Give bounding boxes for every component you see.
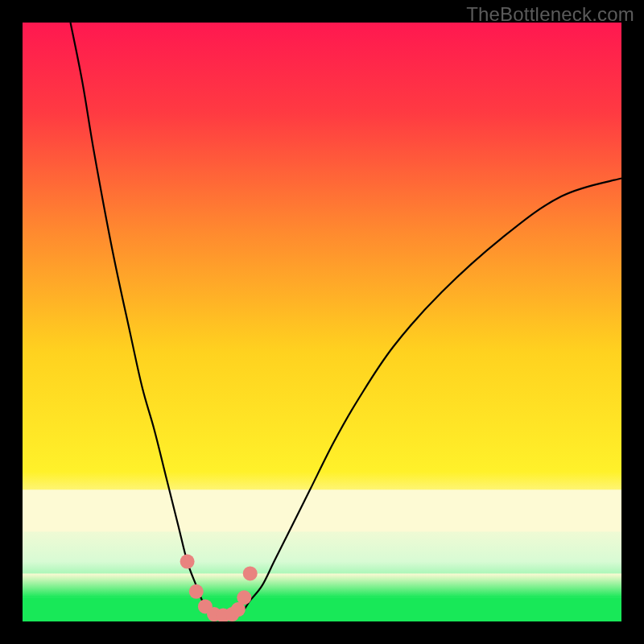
fit-marker <box>189 584 204 599</box>
fit-marker <box>180 555 195 569</box>
chart-frame: TheBottleneck.com <box>0 0 644 644</box>
plot-area <box>23 23 621 621</box>
fit-marker <box>243 566 258 580</box>
fit-marker <box>237 590 251 605</box>
curve-left <box>71 23 215 616</box>
curve-right <box>238 178 621 615</box>
fit-markers <box>180 555 258 621</box>
curve-layer <box>23 23 621 621</box>
